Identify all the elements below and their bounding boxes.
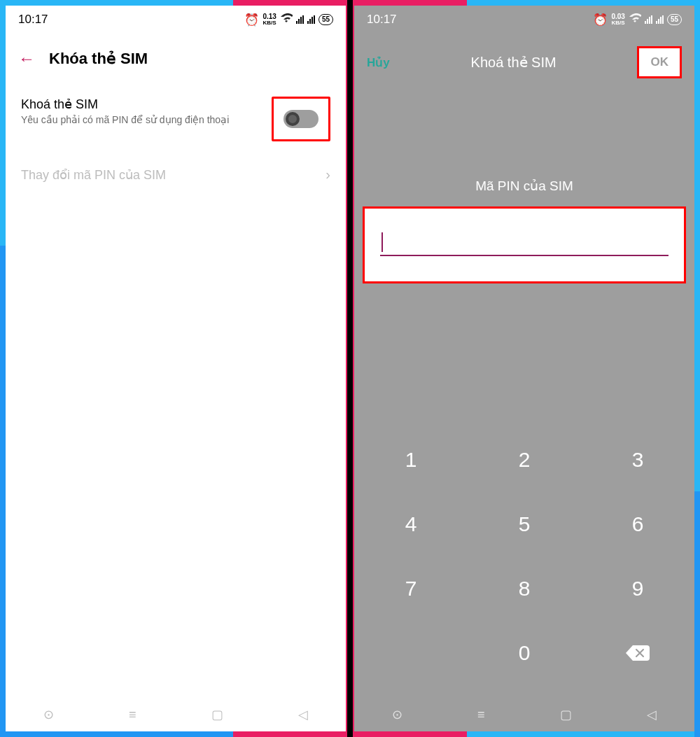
nav-home-icon[interactable]: ▢ [211,707,223,722]
highlight-box-pin-input [363,206,686,283]
key-2[interactable]: 2 [468,428,581,492]
sim-lock-subtitle: Yêu cầu phải có mã PIN để sử dụng điện t… [21,114,229,125]
key-5[interactable]: 5 [468,492,581,556]
sim-lock-title: Khoá thẻ SIM [21,97,229,112]
key-1[interactable]: 1 [354,428,468,492]
nav-recents-icon[interactable]: ≡ [129,708,136,722]
status-bar: 10:17 ⏰ 0.13KB/S 55 [6,6,346,34]
screen-enter-sim-pin: 10:17 ⏰ 0.03KB/S 55 Hủy Khoá thẻ SIM OK … [354,6,694,731]
status-time: 10:17 [367,13,397,27]
key-blank [354,621,468,685]
sim-lock-row: Khoá thẻ SIM Yêu cầu phải có mã PIN để s… [6,88,346,153]
network-speed: 0.13KB/S [262,13,276,26]
wifi-icon [280,13,293,27]
signal-icon-1 [296,15,304,24]
sim-lock-toggle[interactable] [284,110,318,128]
battery-indicator: 55 [318,14,333,25]
alarm-icon: ⏰ [593,13,608,27]
backspace-icon [626,645,650,661]
nav-back-icon[interactable]: ◁ [298,707,308,722]
change-sim-pin-row[interactable]: Thay đổi mã PIN của SIM › [6,153,346,197]
nav-recents-icon[interactable]: ≡ [477,708,485,722]
system-nav-bar: ⊙ ≡ ▢ ◁ [6,698,346,731]
ok-button[interactable]: OK [637,46,682,78]
dialog-header: Hủy Khoá thẻ SIM OK [354,34,694,94]
numeric-keypad: 1 2 3 4 5 6 7 8 9 0 [354,428,694,685]
nav-back-icon[interactable]: ◁ [647,707,657,722]
cancel-button[interactable]: Hủy [367,55,390,70]
nav-assistant-icon[interactable]: ⊙ [43,707,54,722]
status-bar: 10:17 ⏰ 0.03KB/S 55 [354,6,694,34]
status-time: 10:17 [18,13,48,27]
chevron-right-icon: › [326,167,330,183]
key-7[interactable]: 7 [354,556,468,621]
page-header: ← Khóa thẻ SIM [6,34,346,88]
nav-home-icon[interactable]: ▢ [560,707,572,722]
highlight-box-toggle [272,97,330,141]
wifi-icon [629,13,641,27]
pin-prompt-label: Mã PIN của SIM [354,178,694,194]
key-9[interactable]: 9 [581,556,694,621]
signal-icon-1 [645,15,652,24]
key-3[interactable]: 3 [581,428,694,492]
key-8[interactable]: 8 [468,556,581,621]
system-nav-bar: ⊙ ≡ ▢ ◁ [354,698,694,731]
key-0[interactable]: 0 [468,621,581,685]
key-6[interactable]: 6 [581,492,694,556]
page-title: Khóa thẻ SIM [49,50,148,68]
nav-assistant-icon[interactable]: ⊙ [392,707,402,722]
alarm-icon: ⏰ [244,13,259,27]
signal-icon-2 [307,15,315,24]
dialog-title: Khoá thẻ SIM [471,54,556,71]
screens-divider [347,0,353,737]
pin-input[interactable] [380,232,668,256]
change-sim-pin-label: Thay đổi mã PIN của SIM [21,167,166,183]
back-icon[interactable]: ← [18,49,35,69]
screen-sim-lock-settings: 10:17 ⏰ 0.13KB/S 55 ← Khóa thẻ SIM Khoá … [6,6,346,731]
text-cursor [382,232,383,252]
signal-icon-2 [656,15,664,24]
battery-indicator: 55 [667,14,682,25]
network-speed: 0.03KB/S [611,13,624,26]
key-backspace[interactable] [581,621,694,685]
key-4[interactable]: 4 [354,492,468,556]
